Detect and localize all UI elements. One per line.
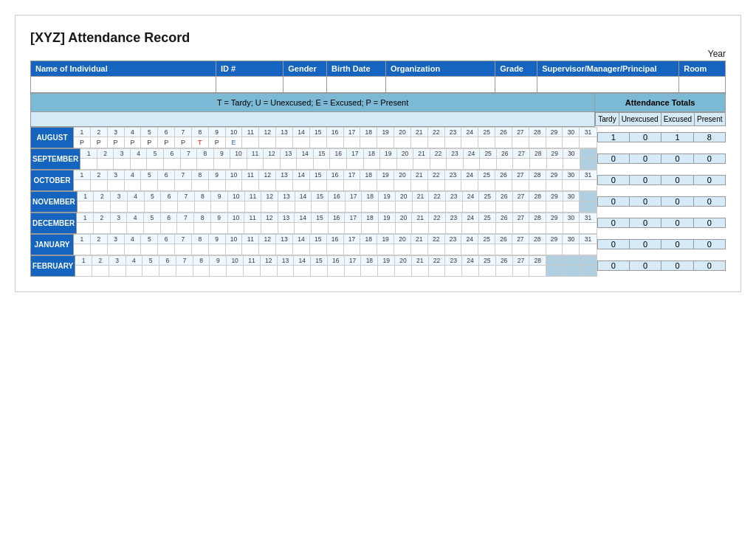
day-num-6: 6 (158, 170, 175, 179)
day-val-7 (177, 222, 194, 233)
day-num-22: 22 (429, 213, 446, 222)
day-val-4 (130, 158, 147, 169)
day-num-22: 22 (427, 234, 444, 244)
room-field[interactable] (679, 77, 726, 93)
unexcused-total-3: 0 (629, 197, 661, 207)
day-num-29: 29 (546, 170, 563, 179)
day-val-6 (158, 179, 175, 190)
day-num-13: 13 (276, 234, 293, 244)
day-num-23: 23 (444, 234, 461, 244)
org-field[interactable] (385, 77, 495, 93)
day-num-25: 25 (478, 234, 495, 244)
tardy-total-1: 0 (597, 154, 629, 164)
day-val-24 (462, 265, 479, 276)
day-num-3: 3 (107, 127, 124, 137)
day-num-7: 7 (177, 213, 194, 222)
day-val-8 (191, 244, 208, 255)
day-val-15 (312, 201, 329, 212)
day-num-24: 24 (461, 127, 478, 137)
day-num-19: 19 (379, 191, 396, 201)
day-val-19 (380, 158, 397, 169)
day-num-2: 2 (92, 255, 109, 265)
day-num-11: 11 (242, 170, 259, 179)
day-val-7 (175, 179, 192, 190)
day-num-20: 20 (395, 213, 412, 222)
tardy-total-5: 0 (597, 240, 629, 249)
day-num-6: 6 (160, 213, 177, 222)
day-num-21: 21 (412, 213, 429, 222)
day-num-21: 21 (410, 234, 427, 244)
day-val-2: P (90, 137, 107, 148)
day-val-29 (546, 179, 563, 190)
day-val-29 (546, 158, 563, 169)
day-val-16 (326, 179, 343, 190)
day-num-26: 26 (495, 170, 512, 179)
day-val-20 (395, 265, 412, 276)
day-val-25 (478, 179, 495, 190)
day-val-5 (144, 201, 161, 212)
totals-cols-table: Tardy Unexcused Excused Present (595, 112, 725, 126)
day-val-1 (77, 222, 94, 233)
day-val-16 (326, 244, 343, 255)
id-field[interactable] (216, 77, 283, 93)
supervisor-field[interactable] (537, 77, 679, 93)
day-val-13 (276, 244, 293, 255)
day-val-11 (244, 201, 261, 212)
day-num-19: 19 (378, 255, 395, 265)
day-num-9: 9 (210, 213, 227, 222)
day-num-26: 26 (496, 148, 513, 158)
col-id: ID # (216, 61, 283, 77)
day-val-25 (479, 201, 496, 212)
day-val-11 (242, 179, 259, 190)
day-num-8: 8 (191, 127, 208, 137)
day-num-17: 17 (343, 170, 360, 179)
page-container: [XYZ] Attendance Record Year Name of Ind… (15, 15, 741, 292)
gender-field[interactable] (284, 77, 327, 93)
day-val-1 (74, 179, 91, 190)
month-label: DECEMBER (31, 213, 77, 233)
day-val-20 (396, 158, 413, 169)
day-num-24: 24 (461, 234, 478, 244)
day-num-13: 13 (276, 127, 293, 137)
day-num-25: 25 (478, 170, 495, 179)
day-val-9 (210, 222, 227, 233)
day-val-21 (411, 265, 428, 276)
day-val-12 (259, 244, 276, 255)
name-field[interactable] (31, 77, 216, 93)
grade-field[interactable] (495, 77, 537, 93)
day-num-11: 11 (242, 127, 259, 137)
day-num-29: 29 (546, 191, 563, 201)
day-num-17: 17 (346, 148, 363, 158)
col-birthdate: Birth Date (327, 61, 386, 77)
day-num-28: 28 (530, 148, 547, 158)
day-num-21: 21 (413, 148, 430, 158)
day-val-14 (295, 222, 312, 233)
day-num-29: 29 (546, 213, 563, 222)
day-num-7: 7 (177, 191, 194, 201)
day-num-25: 25 (478, 255, 495, 265)
day-val-30 (563, 201, 580, 212)
day-numbers-row: OCTOBER123456789101112131415161718192021… (31, 170, 726, 179)
legend-totals-row: T = Tardy; U = Unexcused; E = Excused; P… (31, 94, 726, 112)
day-val-20 (395, 222, 412, 233)
excused-total-3: 0 (662, 197, 693, 207)
day-num-31: 31 (580, 127, 597, 137)
day-val-15 (312, 222, 329, 233)
day-val-6: P (158, 137, 175, 148)
day-num-3: 3 (111, 191, 128, 201)
month-label: NOVEMBER (31, 191, 78, 212)
day-val-13 (276, 179, 293, 190)
day-empty-31 (580, 148, 597, 158)
day-num-13: 13 (276, 170, 293, 179)
month-label: FEBRUARY (31, 255, 75, 276)
day-val-11 (247, 158, 264, 169)
birthdate-field[interactable] (327, 77, 386, 93)
day-val-12 (261, 201, 278, 212)
day-num-8: 8 (194, 191, 211, 201)
day-num-3: 3 (114, 148, 131, 158)
months-container: AUGUST1234567891011121314151617181920212… (30, 127, 726, 277)
day-num-24: 24 (462, 213, 479, 222)
day-val-31 (580, 179, 597, 190)
month-label: AUGUST (31, 127, 74, 148)
day-val-3: P (107, 137, 124, 148)
